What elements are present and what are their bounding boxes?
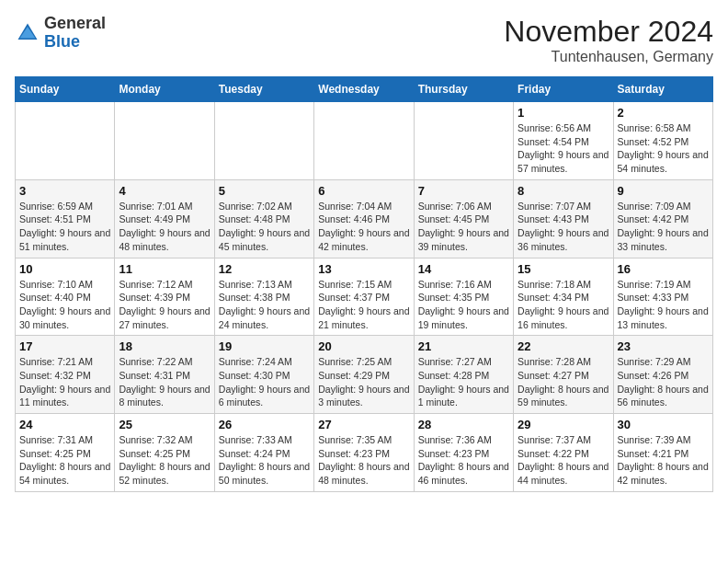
day-info: Sunrise: 7:21 AM Sunset: 4:32 PM Dayligh… bbox=[19, 355, 110, 409]
table-row: 18Sunrise: 7:22 AM Sunset: 4:31 PM Dayli… bbox=[115, 336, 214, 414]
day-number: 22 bbox=[518, 339, 609, 353]
day-number: 18 bbox=[119, 339, 210, 353]
day-number: 30 bbox=[618, 418, 709, 431]
location-title: Tuntenhausen, Germany bbox=[504, 49, 713, 65]
day-number: 13 bbox=[318, 262, 409, 276]
table-row: 14Sunrise: 7:16 AM Sunset: 4:35 PM Dayli… bbox=[414, 258, 513, 336]
table-row: 1Sunrise: 6:56 AM Sunset: 4:54 PM Daylig… bbox=[514, 102, 613, 180]
table-row: 27Sunrise: 7:35 AM Sunset: 4:23 PM Dayli… bbox=[314, 414, 414, 492]
table-row: 17Sunrise: 7:21 AM Sunset: 4:32 PM Dayli… bbox=[16, 336, 115, 414]
day-info: Sunrise: 7:36 AM Sunset: 4:23 PM Dayligh… bbox=[418, 433, 509, 488]
calendar-table: Sunday Monday Tuesday Wednesday Thursday… bbox=[15, 76, 713, 492]
table-row: 24Sunrise: 7:31 AM Sunset: 4:25 PM Dayli… bbox=[16, 414, 115, 492]
col-friday: Friday bbox=[514, 77, 613, 102]
day-info: Sunrise: 7:06 AM Sunset: 4:45 PM Dayligh… bbox=[418, 200, 509, 254]
table-row: 21Sunrise: 7:27 AM Sunset: 4:28 PM Dayli… bbox=[414, 336, 513, 414]
day-number: 28 bbox=[418, 418, 509, 431]
day-number: 23 bbox=[618, 339, 709, 353]
day-info: Sunrise: 7:28 AM Sunset: 4:27 PM Dayligh… bbox=[518, 355, 609, 409]
day-number: 9 bbox=[618, 184, 709, 198]
table-row: 4Sunrise: 7:01 AM Sunset: 4:49 PM Daylig… bbox=[115, 179, 214, 258]
day-number: 14 bbox=[418, 262, 509, 276]
table-row: 16Sunrise: 7:19 AM Sunset: 4:33 PM Dayli… bbox=[613, 258, 712, 336]
day-number: 19 bbox=[219, 339, 310, 353]
day-info: Sunrise: 7:18 AM Sunset: 4:34 PM Dayligh… bbox=[518, 278, 609, 332]
table-row: 7Sunrise: 7:06 AM Sunset: 4:45 PM Daylig… bbox=[414, 179, 513, 258]
table-row: 26Sunrise: 7:33 AM Sunset: 4:24 PM Dayli… bbox=[214, 414, 313, 492]
table-row: 20Sunrise: 7:25 AM Sunset: 4:29 PM Dayli… bbox=[314, 336, 414, 414]
col-thursday: Thursday bbox=[414, 77, 513, 102]
calendar-week-row: 1Sunrise: 6:56 AM Sunset: 4:54 PM Daylig… bbox=[16, 102, 713, 180]
col-tuesday: Tuesday bbox=[214, 77, 313, 102]
table-row: 2Sunrise: 6:58 AM Sunset: 4:52 PM Daylig… bbox=[613, 102, 712, 180]
table-row: 12Sunrise: 7:13 AM Sunset: 4:38 PM Dayli… bbox=[214, 258, 313, 336]
table-row: 15Sunrise: 7:18 AM Sunset: 4:34 PM Dayli… bbox=[514, 258, 613, 336]
table-row: 25Sunrise: 7:32 AM Sunset: 4:25 PM Dayli… bbox=[115, 414, 214, 492]
day-info: Sunrise: 7:01 AM Sunset: 4:49 PM Dayligh… bbox=[119, 200, 210, 254]
table-row: 19Sunrise: 7:24 AM Sunset: 4:30 PM Dayli… bbox=[214, 336, 313, 414]
month-title: November 2024 bbox=[504, 15, 713, 49]
table-row: 3Sunrise: 6:59 AM Sunset: 4:51 PM Daylig… bbox=[16, 179, 115, 258]
day-number: 21 bbox=[418, 339, 509, 353]
day-number: 5 bbox=[219, 184, 310, 198]
day-number: 3 bbox=[19, 184, 110, 198]
day-number: 1 bbox=[518, 106, 609, 120]
day-info: Sunrise: 7:16 AM Sunset: 4:35 PM Dayligh… bbox=[418, 278, 509, 332]
day-number: 20 bbox=[318, 339, 409, 353]
day-info: Sunrise: 6:56 AM Sunset: 4:54 PM Dayligh… bbox=[518, 121, 609, 176]
table-row bbox=[314, 102, 414, 180]
table-row: 5Sunrise: 7:02 AM Sunset: 4:48 PM Daylig… bbox=[214, 179, 313, 258]
table-row bbox=[16, 102, 115, 180]
calendar-header-row: Sunday Monday Tuesday Wednesday Thursday… bbox=[16, 77, 713, 102]
day-info: Sunrise: 6:58 AM Sunset: 4:52 PM Dayligh… bbox=[618, 121, 709, 176]
table-row: 29Sunrise: 7:37 AM Sunset: 4:22 PM Dayli… bbox=[514, 414, 613, 492]
day-info: Sunrise: 7:22 AM Sunset: 4:31 PM Dayligh… bbox=[119, 355, 210, 409]
logo-icon bbox=[15, 20, 40, 46]
day-info: Sunrise: 7:39 AM Sunset: 4:21 PM Dayligh… bbox=[618, 433, 709, 488]
day-number: 15 bbox=[518, 262, 609, 276]
day-number: 4 bbox=[119, 184, 210, 198]
day-info: Sunrise: 7:02 AM Sunset: 4:48 PM Dayligh… bbox=[219, 200, 310, 254]
table-row bbox=[115, 102, 214, 180]
day-info: Sunrise: 6:59 AM Sunset: 4:51 PM Dayligh… bbox=[19, 200, 110, 254]
day-number: 17 bbox=[19, 339, 110, 353]
col-monday: Monday bbox=[115, 77, 214, 102]
day-info: Sunrise: 7:12 AM Sunset: 4:39 PM Dayligh… bbox=[119, 278, 210, 332]
table-row: 9Sunrise: 7:09 AM Sunset: 4:42 PM Daylig… bbox=[613, 179, 712, 258]
day-number: 29 bbox=[518, 418, 609, 431]
day-info: Sunrise: 7:35 AM Sunset: 4:23 PM Dayligh… bbox=[318, 433, 409, 488]
table-row: 23Sunrise: 7:29 AM Sunset: 4:26 PM Dayli… bbox=[613, 336, 712, 414]
table-row: 10Sunrise: 7:10 AM Sunset: 4:40 PM Dayli… bbox=[16, 258, 115, 336]
table-row: 6Sunrise: 7:04 AM Sunset: 4:46 PM Daylig… bbox=[314, 179, 414, 258]
day-number: 7 bbox=[418, 184, 509, 198]
calendar-week-row: 24Sunrise: 7:31 AM Sunset: 4:25 PM Dayli… bbox=[16, 414, 713, 492]
logo: General Blue bbox=[15, 15, 106, 52]
day-info: Sunrise: 7:15 AM Sunset: 4:37 PM Dayligh… bbox=[318, 278, 409, 332]
table-row bbox=[414, 102, 513, 180]
page-header: General Blue November 2024 Tuntenhausen,… bbox=[15, 15, 713, 65]
day-number: 25 bbox=[119, 418, 210, 431]
day-info: Sunrise: 7:24 AM Sunset: 4:30 PM Dayligh… bbox=[219, 355, 310, 409]
day-info: Sunrise: 7:37 AM Sunset: 4:22 PM Dayligh… bbox=[518, 433, 609, 488]
logo-text: General Blue bbox=[44, 15, 106, 52]
day-info: Sunrise: 7:33 AM Sunset: 4:24 PM Dayligh… bbox=[219, 433, 310, 488]
day-info: Sunrise: 7:07 AM Sunset: 4:43 PM Dayligh… bbox=[518, 200, 609, 254]
day-info: Sunrise: 7:13 AM Sunset: 4:38 PM Dayligh… bbox=[219, 278, 310, 332]
day-info: Sunrise: 7:32 AM Sunset: 4:25 PM Dayligh… bbox=[119, 433, 210, 488]
day-info: Sunrise: 7:04 AM Sunset: 4:46 PM Dayligh… bbox=[318, 200, 409, 254]
day-info: Sunrise: 7:25 AM Sunset: 4:29 PM Dayligh… bbox=[318, 355, 409, 409]
title-section: November 2024 Tuntenhausen, Germany bbox=[504, 15, 713, 65]
day-number: 11 bbox=[119, 262, 210, 276]
col-saturday: Saturday bbox=[613, 77, 712, 102]
day-number: 8 bbox=[518, 184, 609, 198]
day-info: Sunrise: 7:19 AM Sunset: 4:33 PM Dayligh… bbox=[618, 278, 709, 332]
table-row: 28Sunrise: 7:36 AM Sunset: 4:23 PM Dayli… bbox=[414, 414, 513, 492]
table-row: 8Sunrise: 7:07 AM Sunset: 4:43 PM Daylig… bbox=[514, 179, 613, 258]
day-info: Sunrise: 7:27 AM Sunset: 4:28 PM Dayligh… bbox=[418, 355, 509, 409]
day-number: 27 bbox=[318, 418, 409, 431]
day-number: 2 bbox=[618, 106, 709, 120]
table-row: 22Sunrise: 7:28 AM Sunset: 4:27 PM Dayli… bbox=[514, 336, 613, 414]
col-wednesday: Wednesday bbox=[314, 77, 414, 102]
table-row: 11Sunrise: 7:12 AM Sunset: 4:39 PM Dayli… bbox=[115, 258, 214, 336]
table-row bbox=[214, 102, 313, 180]
